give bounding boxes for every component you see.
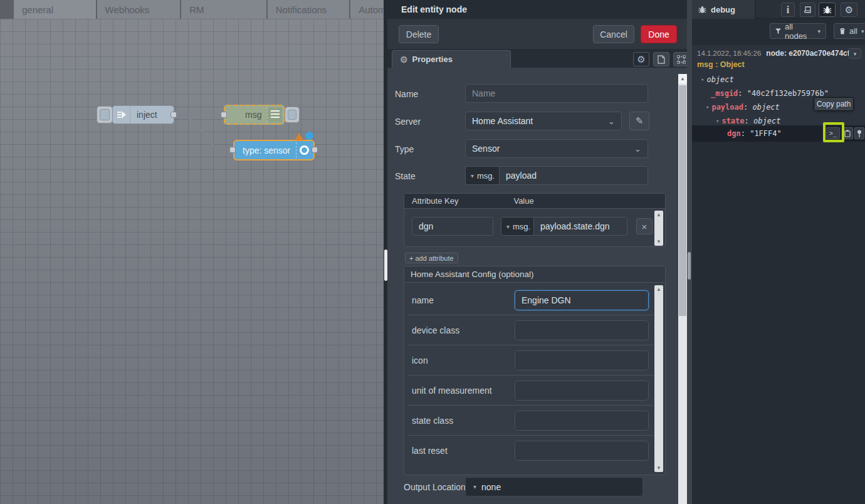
scroll-down-arrow[interactable]: ▼	[654, 238, 663, 246]
entity-output-port[interactable]	[312, 147, 318, 153]
server-select[interactable]: Home Assistant ⌄	[465, 112, 622, 130]
debug-filter-row: all nodes ▾ all ▾	[692, 19, 865, 41]
wires-layer	[0, 19, 387, 504]
gear-icon: ⚙	[637, 54, 645, 65]
attributes-header: Attribute Key Value	[404, 194, 665, 209]
caret-down-icon: ▾	[817, 28, 820, 34]
json-row-object[interactable]: ▾ object	[692, 73, 865, 87]
divider-handle[interactable]	[688, 252, 691, 280]
node-inject-label: inject	[130, 110, 157, 120]
attributes-scrollbar[interactable]: ▲ ▼	[654, 211, 663, 246]
ha-config-row: last reset	[408, 436, 654, 466]
caret-down-icon: ▾	[854, 51, 857, 57]
ha-unit-input[interactable]	[515, 381, 649, 401]
message-collapse-button[interactable]: ▾	[849, 48, 861, 59]
filter-funnel-icon	[775, 28, 781, 34]
debug-enable-toggle[interactable]	[285, 107, 300, 123]
edit-tray-button-row: Delete Cancel Done	[387, 19, 687, 49]
wire-inject-to-entity[interactable]	[174, 115, 229, 150]
appearance-frame-icon	[677, 55, 686, 64]
scroll-down-arrow[interactable]: ▼	[654, 464, 663, 472]
ha-name-input[interactable]	[515, 290, 649, 310]
state-type-dropdown[interactable]: ▾ msg.	[465, 166, 499, 185]
inject-button-face	[100, 109, 110, 120]
scrollbar-thumb[interactable]	[679, 85, 686, 316]
node-entity-sensor[interactable]: type: sensor	[233, 140, 315, 160]
tab-properties[interactable]: ⚙ Properties	[392, 50, 511, 68]
sidebar-divider[interactable]	[687, 0, 692, 504]
scroll-up-arrow[interactable]: ▲	[654, 285, 663, 293]
bug-icon	[823, 6, 832, 14]
ha-device-class-input[interactable]	[515, 320, 649, 340]
workspace-tab-automations[interactable]: Autom	[350, 0, 387, 19]
node-inject[interactable]: inject	[112, 105, 174, 124]
ha-config-title: Home Assistant Config (optional)	[404, 266, 665, 283]
type-select[interactable]: Sensor ⌄	[465, 139, 648, 158]
edit-tray-tab-row: ⚙ Properties ⚙	[387, 49, 687, 68]
attribute-value-type-dropdown[interactable]: ▾ msg.	[501, 217, 533, 236]
state-field-label: State	[395, 171, 416, 181]
info-icon: i	[787, 4, 789, 16]
cancel-button[interactable]: Cancel	[593, 25, 634, 43]
inject-button[interactable]	[97, 106, 113, 123]
bug-icon	[698, 6, 706, 14]
done-button[interactable]: Done	[641, 25, 677, 43]
caret-down-icon: ▾	[861, 28, 864, 34]
inject-output-port[interactable]	[170, 112, 177, 118]
ha-config-row: unit of measurement	[408, 375, 654, 406]
entity-node-icon	[296, 142, 312, 158]
name-field-label: Name	[395, 89, 418, 99]
workspace-tab-rm[interactable]: RM	[181, 0, 267, 19]
delete-button[interactable]: Delete	[399, 25, 439, 43]
close-icon: ×	[642, 221, 647, 232]
scroll-up-arrow[interactable]: ▲	[654, 211, 663, 219]
workspace-tab-general[interactable]: general	[14, 0, 97, 19]
pencil-icon: ✎	[636, 115, 644, 127]
scroll-up-arrow[interactable]: ▲	[678, 74, 687, 83]
caret-down-icon: ▾	[473, 483, 476, 490]
edit-server-button[interactable]: ✎	[629, 112, 649, 130]
canvas-vertical-scrollbar[interactable]	[384, 249, 387, 281]
chevron-down-icon: ⌄	[608, 117, 615, 126]
name-input[interactable]	[465, 84, 648, 103]
pin-button[interactable]	[854, 127, 864, 139]
debug-input-port[interactable]	[221, 112, 227, 118]
node-debug-msg[interactable]: msg	[224, 105, 285, 125]
debug-sidebar-button[interactable]	[819, 3, 836, 17]
node-entity-label: type: sensor	[234, 145, 290, 155]
entity-error-badge	[295, 133, 303, 140]
settings-sidebar-button[interactable]: ⚙	[841, 3, 857, 17]
node-settings-icon-button[interactable]: ⚙	[633, 52, 649, 66]
json-row-dgn[interactable]: dgn: "1FFF4" >_	[692, 125, 865, 142]
node-description-icon-button[interactable]	[653, 52, 669, 66]
flow-canvas[interactable]: general Webhooks RM Notifications Autom …	[0, 0, 387, 504]
help-sidebar-button[interactable]	[800, 3, 815, 17]
remove-attribute-button[interactable]: ×	[636, 218, 653, 234]
debug-clear-dropdown[interactable]: all ▾	[834, 23, 865, 39]
ha-last-reset-input[interactable]	[515, 441, 649, 461]
ha-state-class-input[interactable]	[515, 411, 649, 431]
attributes-section: Attribute Key Value ▾ msg. × ▲ ▼	[404, 193, 666, 247]
caret-down-icon: ▾	[706, 104, 709, 110]
workspace-tab-notifications[interactable]: Notifications	[268, 0, 351, 19]
server-field-label: Server	[395, 117, 421, 127]
attribute-key-input[interactable]	[412, 217, 493, 236]
output-location-dropdown[interactable]: ▾ none	[465, 477, 643, 496]
attribute-value-input[interactable]	[533, 217, 627, 236]
debug-sidebar-header: debug i ⚙	[692, 0, 865, 19]
add-attribute-button[interactable]: + add attribute	[405, 253, 458, 263]
debug-toggle-face	[288, 110, 296, 120]
ha-config-scrollbar[interactable]: ▲ ▼	[654, 285, 663, 472]
debug-filter-dropdown[interactable]: all nodes ▾	[770, 23, 826, 39]
state-input[interactable]	[499, 166, 648, 185]
tab-debug[interactable]: debug	[692, 0, 755, 19]
debug-timestamp: 14.1.2022, 18:45:26	[697, 50, 761, 57]
ha-icon-input[interactable]	[515, 350, 649, 370]
debug-node-id: node: e2070ac70e474cf2	[766, 49, 854, 58]
ha-config-row: state class	[408, 406, 654, 436]
entity-input-port[interactable]	[229, 147, 236, 153]
workspace-tab-webhooks[interactable]: Webhooks	[97, 0, 182, 19]
edit-tray-scrollbar[interactable]: ▲	[678, 74, 687, 504]
info-sidebar-button[interactable]: i	[781, 3, 795, 17]
caret-down-icon: ▾	[701, 76, 704, 83]
